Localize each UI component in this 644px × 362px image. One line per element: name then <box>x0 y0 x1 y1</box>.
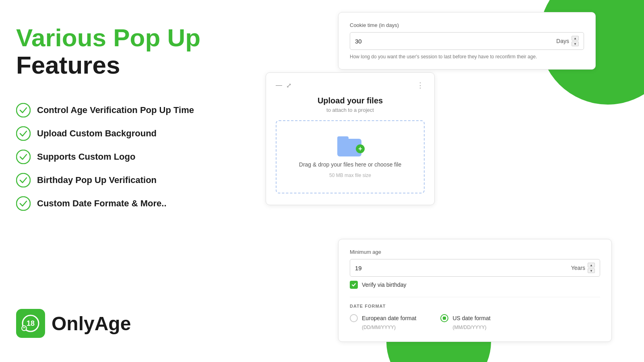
age-spinner-up[interactable]: ▲ <box>588 263 595 267</box>
age-label: Minimum age <box>350 249 600 255</box>
svg-point-1 <box>17 127 30 140</box>
radio-european[interactable]: European date format (DD/MM/YYYY) <box>350 314 416 330</box>
check-icon-1 <box>16 103 31 117</box>
age-input-row: 19 Years ▲ ▼ <box>350 259 600 277</box>
logo-box: 18 <box>16 309 45 338</box>
check-icon-3 <box>16 150 31 164</box>
feature-text-3: Supports Custom Logo <box>37 152 135 162</box>
upload-title: Upload your files <box>276 96 425 105</box>
cookie-label: Cookie time (in days) <box>350 22 584 28</box>
svg-point-3 <box>17 173 30 187</box>
check-icon-4 <box>16 173 31 187</box>
logo-section: 18 OnlyAge <box>16 309 131 338</box>
logo-icon: 18 <box>21 314 40 333</box>
cookie-hint: How long do you want the user's session … <box>350 54 584 60</box>
right-section: Cookie time (in days) 30 Days ▲ ▼ How lo… <box>258 0 620 362</box>
age-unit: Years <box>571 265 585 271</box>
radio-circle-european[interactable] <box>350 314 358 322</box>
radio-european-row[interactable]: European date format <box>350 314 416 322</box>
feature-text-2: Upload Custom Background <box>37 128 157 139</box>
feature-text-1: Control Age Verification Pop Up Time <box>37 105 194 115</box>
feature-item: Supports Custom Logo <box>16 150 225 164</box>
radio-us-sub: (MM/DD/YYYY) <box>452 325 490 330</box>
dropzone[interactable]: + Drag & drop your files here or choose … <box>276 120 425 193</box>
more-icon[interactable]: ⋮ <box>417 81 425 90</box>
svg-point-4 <box>17 197 30 210</box>
folder-plus-icon: + <box>356 144 365 153</box>
date-format-title: DATE FORMAT <box>350 304 600 309</box>
svg-text:18: 18 <box>27 319 35 327</box>
radio-us[interactable]: US date format (MM/DD/YYYY) <box>440 314 490 330</box>
feature-list: Control Age Verification Pop Up Time Upl… <box>16 103 225 211</box>
minimize-icon[interactable]: — <box>276 82 282 89</box>
age-spinner[interactable]: ▲ ▼ <box>588 263 595 273</box>
feature-item: Birthday Pop Up Verification <box>16 173 225 187</box>
cookie-spinner-up[interactable]: ▲ <box>572 36 579 41</box>
radio-circle-us[interactable] <box>440 314 448 322</box>
age-card: Minimum age 19 Years ▲ ▼ Verify via birt… <box>338 239 612 342</box>
radio-european-label: European date format <box>362 315 416 321</box>
cookie-spinner[interactable]: ▲ ▼ <box>572 36 579 46</box>
radio-row: European date format (DD/MM/YYYY) US dat… <box>350 314 600 330</box>
verify-birthday-checkbox[interactable] <box>350 281 358 289</box>
dropzone-hint: 50 MB max file size <box>329 173 371 178</box>
feature-text-4: Birthday Pop Up Verification <box>37 175 157 185</box>
upload-card-header: — ⤢ ⋮ <box>276 81 425 90</box>
svg-point-2 <box>17 150 30 164</box>
svg-point-0 <box>17 103 30 117</box>
logo-text: OnlyAge <box>52 313 131 335</box>
cookie-card: Cookie time (in days) 30 Days ▲ ▼ How lo… <box>338 12 596 70</box>
feature-text-5: Custom Date Formate & More.. <box>37 198 167 209</box>
age-spinner-down[interactable]: ▼ <box>588 268 595 273</box>
checkbox-check-icon <box>351 282 356 287</box>
check-icon-5 <box>16 196 31 211</box>
cookie-spinner-down[interactable]: ▼ <box>572 41 579 46</box>
title-black: Features <box>16 51 225 79</box>
upload-card: — ⤢ ⋮ Upload your files to attach to a p… <box>266 72 435 205</box>
upload-card-controls: — ⤢ <box>276 82 291 89</box>
cookie-unit: Days <box>556 38 569 44</box>
expand-icon[interactable]: ⤢ <box>286 82 291 89</box>
upload-subtitle: to attach to a project <box>276 107 425 113</box>
cookie-value: 30 <box>355 38 556 45</box>
svg-point-7 <box>22 326 27 331</box>
cookie-input-row: 30 Days ▲ ▼ <box>350 32 584 50</box>
check-icon-2 <box>16 126 31 141</box>
feature-item: Upload Custom Background <box>16 126 225 141</box>
title-green: Various Pop Up <box>16 24 225 51</box>
age-value: 19 <box>355 265 571 272</box>
radio-us-label: US date format <box>452 315 490 321</box>
left-section: Various Pop Up Features Control Age Veri… <box>16 24 225 243</box>
feature-item: Control Age Verification Pop Up Time <box>16 103 225 117</box>
verify-birthday-label: Verify via birthday <box>362 282 407 288</box>
date-format-section: DATE FORMAT European date format (DD/MM/… <box>350 297 600 330</box>
dropzone-text: Drag & drop your files here or choose fi… <box>299 161 401 168</box>
folder-icon: + <box>337 136 363 156</box>
verify-birthday-row[interactable]: Verify via birthday <box>350 281 600 289</box>
feature-item: Custom Date Formate & More.. <box>16 196 225 211</box>
radio-european-sub: (DD/MM/YYYY) <box>362 325 416 330</box>
radio-us-row[interactable]: US date format <box>440 314 490 322</box>
